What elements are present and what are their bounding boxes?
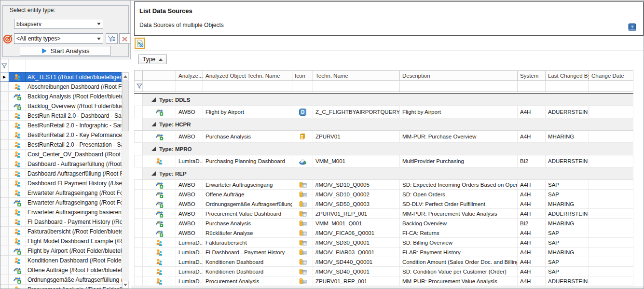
- scroll-up-button[interactable]: [122, 72, 129, 80]
- row-indicator-spacer: [134, 94, 143, 106]
- column-header-icon[interactable]: Icon: [292, 70, 313, 81]
- system-combo[interactable]: btsapserv: [14, 19, 103, 29]
- data-source-row[interactable]: AWBORückläufer Analyse/IMO/V_FICA06_Q000…: [134, 228, 633, 238]
- entity-list-item[interactable]: BestRunRetail 2.0 - Presentation - Samp: [0, 140, 122, 150]
- list-filter-cell[interactable]: [0, 59, 9, 72]
- data-source-row[interactable]: LumiraD...Procurement AnalysisZPURV01_RE…: [134, 276, 633, 286]
- entity-list-item[interactable]: Erwarteter Auftragseingang (/Root Folde: [0, 198, 122, 207]
- entity-list-item[interactable]: Erwarteter Auftragseingang (/Root Folde: [0, 188, 122, 198]
- column-header-techn_name[interactable]: Techn. Name: [313, 70, 400, 81]
- filter-cell-analyzed_name[interactable]: [203, 81, 292, 92]
- filter-cell-icon[interactable]: [292, 81, 313, 92]
- data-source-row[interactable]: AWBOOffene Aufträge/IMO/V_SD10_Q0002SD: …: [134, 190, 633, 199]
- entity-list-item[interactable]: FI Dashboard - Payment History (/Root F: [0, 217, 122, 227]
- entity-list-item[interactable]: BestRun Retail 2.0 - Dashboard - Sample: [0, 111, 122, 121]
- entity-list-item[interactable]: Dashboard - Auftragserfüllung (/Root Fc: [0, 159, 122, 169]
- entity-list-item[interactable]: Abschreibungen Dashboard (/Root Folde: [0, 82, 122, 92]
- entity-list-item[interactable]: BestRunRetail 2.0 - Key Peformance - Sa: [0, 130, 122, 140]
- filter-cell-last_changed_by[interactable]: [546, 81, 589, 92]
- cell-last_changed_by: ADUERRSTEIN: [546, 276, 589, 286]
- filter-cell-change_date[interactable]: [589, 81, 633, 92]
- entity-list-item[interactable]: Offene Aufträge (/Root Folder/bluetellig: [0, 265, 122, 275]
- column-header-analyzer_icon[interactable]: [143, 70, 176, 81]
- cell-analyzer: AWBO: [176, 219, 203, 228]
- entity-list-item[interactable]: ▶AK_TEST1 (/Root Folder/bluetelligence/S: [0, 72, 122, 82]
- entity-list-item[interactable]: Konditionen Dashboard (/Root Folder/blu: [0, 256, 122, 265]
- entity-list-item[interactable]: BestRunRetail 2.0 - Infographic - Sample: [0, 121, 122, 130]
- group-row[interactable]: Type: REP: [134, 167, 633, 180]
- data-source-row[interactable]: AWBOPurchase AnalysisZPURV01MM-PUR: Purc…: [134, 131, 633, 143]
- group-row[interactable]: Type: MPRO: [134, 143, 633, 155]
- cell-last_changed_by: SAP: [546, 228, 589, 237]
- cell-analyzer: AWBO: [176, 209, 203, 218]
- column-header-last_changed_by[interactable]: Last Changed By: [546, 70, 589, 81]
- data-source-row[interactable]: AWBOFlight by AirportDZ_C_FLIGHTBYAIRPOR…: [134, 106, 633, 118]
- main-panel: List Data Sources Data Sources of multip…: [131, 0, 644, 289]
- scroll-down-button[interactable]: [122, 281, 129, 289]
- cell-analyzed_name: Purchase Analysis: [203, 131, 292, 142]
- entity-list-item[interactable]: Backlog Analysis (/Root Folder/bluetelli…: [0, 92, 122, 101]
- entity-list-item[interactable]: Backlog_Overview (/Root Folder/bluetell: [0, 101, 122, 111]
- cell-description: FI-AR: Payment History: [400, 248, 518, 257]
- column-header-system[interactable]: System: [518, 70, 546, 81]
- entity-list-item[interactable]: Flight by Airport (/Root Folder/bluetell…: [0, 246, 122, 256]
- entity-label: BestRunRetail 2.0 - Infographic - Sample: [26, 121, 122, 130]
- lumira-dashboard-icon: [14, 122, 21, 129]
- export-excel-button[interactable]: [135, 38, 145, 49]
- cell-description: Flight by Airport: [400, 106, 518, 118]
- data-source-row[interactable]: LumiraD...Fakturaübersicht/IMO/V_SD30_Q0…: [134, 238, 633, 248]
- entity-list-item[interactable]: Fakturaübersicht (/Root Folder/bluetelli…: [0, 227, 122, 236]
- filter-cell-system[interactable]: [518, 81, 546, 92]
- entity-list-item[interactable]: Flight Model Dashboard Example (/Root I: [0, 236, 122, 246]
- column-header-analyzer[interactable]: Analyze...: [176, 70, 203, 81]
- bw-query-icon: [299, 181, 307, 189]
- cell-description: MM-PUR: Purchase Overview: [400, 131, 518, 142]
- entity-list-item[interactable]: Procurement Analysis (/Root Folder/blue: [0, 285, 122, 289]
- data-source-row[interactable]: AWBOProcurement Value DashboardZPURV01_R…: [134, 209, 633, 219]
- entity-list-filter-row[interactable]: [0, 59, 131, 72]
- cell-description: SD: Billing Overview: [400, 238, 518, 247]
- clear-filter-button[interactable]: [119, 33, 130, 44]
- data-source-row[interactable]: AWBOErwarteter Auftragseingang/IMO/V_SD1…: [134, 180, 633, 190]
- filter-entity-button[interactable]: [106, 33, 118, 44]
- entity-icon: [9, 285, 26, 289]
- cell-analyzed_name: Konditionen Dashboard: [203, 257, 292, 266]
- filter-cell-indicator[interactable]: [134, 81, 143, 92]
- entity-list-scrollbar[interactable]: [122, 72, 129, 289]
- entity-list-item[interactable]: Cost_Center_OV_Dashboard (/Root Folc: [0, 150, 122, 159]
- cell-analyzer_icon: [143, 276, 176, 286]
- row-indicator: [0, 236, 9, 246]
- row-indicator: [0, 207, 9, 217]
- data-source-row[interactable]: LumiraD...Konditionen Dashboard/IMO/V_SD…: [134, 267, 633, 276]
- entity-label: Dashboard FI Payment History (/User Fc: [26, 179, 122, 188]
- cell-techn_name: VMM_M001_Q001: [313, 219, 400, 228]
- data-source-row[interactable]: LumiraD...Purchasing Planning DashboardV…: [134, 155, 633, 167]
- group-row[interactable]: Type: DDLS: [134, 94, 633, 106]
- column-header-indicator[interactable]: [134, 70, 143, 81]
- cell-icon: [292, 180, 313, 189]
- start-analysis-button[interactable]: Start Analysis: [20, 46, 110, 56]
- group-by-chip-type[interactable]: Type: [138, 55, 167, 64]
- data-source-row[interactable]: LumiraD...Konditionen Dashboard/IMO/V_SD…: [134, 257, 633, 267]
- filter-cell-analyzer[interactable]: [176, 81, 203, 92]
- column-header-change_date[interactable]: Change Date: [589, 70, 633, 81]
- scroll-thumb[interactable]: [122, 81, 129, 131]
- column-header-description[interactable]: Description: [400, 70, 518, 81]
- chevron-down-icon: [97, 23, 101, 25]
- group-row[interactable]: Type: HCPR: [134, 118, 633, 131]
- entity-type-combo[interactable]: <All entity types>: [14, 33, 103, 44]
- bw-query-icon: [299, 239, 307, 247]
- filter-cell-analyzer_icon[interactable]: [143, 81, 176, 92]
- entity-list-item[interactable]: Ordnungsgemäße Auftragserfüllung (/Rc: [0, 275, 122, 285]
- filter-cell-techn_name[interactable]: [313, 81, 400, 92]
- help-icon[interactable]: ?: [628, 23, 637, 33]
- cell-icon: [292, 267, 313, 276]
- filter-cell-description[interactable]: [400, 81, 518, 92]
- data-source-row[interactable]: AWBOOrdnungsgemäße Auftragserfüllung/IMO…: [134, 199, 633, 209]
- entity-list-item[interactable]: Dashboard Auftragserfüllung (/Root Folc: [0, 169, 122, 179]
- entity-list-item[interactable]: Erwarteter Auftragseingang basierend a: [0, 207, 122, 217]
- data-source-row[interactable]: LumiraD...FI Dashboard - Payment History…: [134, 248, 633, 257]
- entity-list-item[interactable]: Dashboard FI Payment History (/User Fc: [0, 179, 122, 188]
- column-header-analyzed_name[interactable]: Analyzed Object Techn. Name: [203, 70, 292, 81]
- data-source-row[interactable]: AWBOPurchase AnalysisVMM_M001_Q001Backlo…: [134, 219, 633, 228]
